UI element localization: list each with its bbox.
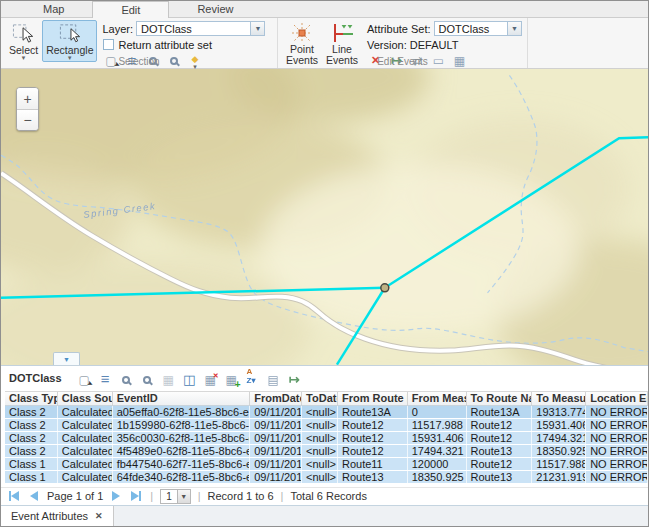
table-row[interactable]: Class 2Calculated356c0030-62f8-11e5-8bc6… <box>5 432 648 445</box>
table-cell: Route12 <box>338 445 408 457</box>
table-cell: Class 2 <box>5 432 58 444</box>
table-row[interactable]: Class 2Calculateda05effa0-62f8-11e5-8bc6… <box>5 406 648 419</box>
column-header[interactable]: Location Error <box>586 392 648 405</box>
tab-event-attributes-label: Event Attributes <box>11 510 88 522</box>
attribute-set-caret-icon[interactable]: ▼ <box>507 22 521 35</box>
table-cell: 15931.406 <box>532 419 586 431</box>
last-page-button[interactable] <box>129 491 143 501</box>
page-number-dropdown[interactable]: 1 ▼ <box>160 489 191 504</box>
zoom-to-record-icon[interactable] <box>118 372 135 388</box>
column-header[interactable]: Class Source <box>58 392 113 405</box>
table-cell: Calculated <box>58 471 113 483</box>
table-row[interactable]: Class 1Calculated64fde340-62f8-11e5-8bc6… <box>5 471 648 484</box>
layer-dropdown-caret-icon[interactable]: ▼ <box>250 22 264 35</box>
column-header[interactable]: FromDate <box>250 392 302 405</box>
table-cell: 15931.406 <box>408 432 467 444</box>
edit-events-group: Point Events Line Events Attribute Set: <box>278 18 528 68</box>
table-cell: Route12 <box>467 458 533 470</box>
panel-collapse-handle[interactable] <box>53 352 80 365</box>
table-cell: Route12 <box>467 432 533 444</box>
table-cell: Route12 <box>338 432 408 444</box>
column-header[interactable]: EventID <box>113 392 251 405</box>
separator: | <box>198 490 201 502</box>
tab-review[interactable]: Review <box>169 1 261 17</box>
table-cell: 11517.988 <box>408 419 467 431</box>
table-cell: Route13 <box>467 471 533 483</box>
column-header[interactable]: ToDate <box>302 392 338 405</box>
table-cell: Calculated <box>58 445 113 457</box>
table-cell: 18350.925 <box>408 471 467 483</box>
options-menu-icon[interactable] <box>97 371 114 387</box>
layer-dropdown[interactable]: DOTClass ▼ <box>136 21 265 36</box>
switch-selection-icon[interactable] <box>181 372 198 388</box>
tab-event-attributes[interactable]: Event Attributes ✕ <box>1 506 114 526</box>
table-cell: Class 2 <box>5 406 58 418</box>
separator: | <box>150 490 153 502</box>
table-cell: Class 2 <box>5 419 58 431</box>
table-cell: Route13 <box>338 471 408 483</box>
tab-edit[interactable]: Edit <box>92 1 169 18</box>
table-cell: 21231.919 <box>532 471 586 483</box>
application-window: Map Edit Review Select ▼ <box>0 0 649 527</box>
table-cell: 18350.925 <box>532 445 586 457</box>
panel-toolbar: DOTClass <box>1 366 648 391</box>
return-attribute-set-checkbox[interactable] <box>103 39 114 50</box>
column-header[interactable]: From Measure <box>408 392 467 405</box>
ribbon-edit: Select ▼ Rectangle ▼ Layer: DOTClass <box>1 18 648 69</box>
panel-tab-bar: Event Attributes ✕ <box>1 505 648 526</box>
select-record-icon[interactable] <box>76 372 93 388</box>
table-cell: <null> <box>302 432 338 444</box>
table-header-row: Class TypeClass SourceEventIDFromDateToD… <box>5 391 648 406</box>
table-cell: NO ERROR <box>586 458 648 470</box>
table-cell: 356c0030-62f8-11e5-8bc6-ee32641d5ec9 <box>113 432 251 444</box>
table-cell: <null> <box>302 445 338 457</box>
zoom-out-button[interactable]: − <box>17 109 38 130</box>
table-cell: 09/11/2015 <box>250 445 302 457</box>
page-indicator: Page 1 of 1 <box>47 490 103 502</box>
table-cell: 120000 <box>408 458 467 470</box>
separator: | <box>281 490 284 502</box>
add-record-icon[interactable] <box>223 372 240 388</box>
attribute-set-dropdown[interactable]: DOTClass ▼ <box>434 21 522 36</box>
show-form-icon[interactable] <box>265 372 282 388</box>
table-cell: NO ERROR <box>586 419 648 431</box>
line-events-icon <box>330 22 354 44</box>
panel-title: DOTClass <box>9 372 62 384</box>
column-header[interactable]: To Measure <box>532 392 586 405</box>
column-header[interactable]: Class Type <box>5 392 58 405</box>
table-cell: fb447540-62f7-11e5-8bc6-ee32641d5ec9 <box>113 458 251 470</box>
map-canvas[interactable]: Spring Creek + − <box>1 69 648 365</box>
table-cell: NO ERROR <box>586 406 648 418</box>
table-cell: 11517.988 <box>532 458 586 470</box>
save-edits-icon[interactable] <box>160 372 177 388</box>
page-number-caret-icon[interactable]: ▼ <box>177 490 190 503</box>
route-junction-marker[interactable] <box>381 284 389 292</box>
pagination-bar: Page 1 of 1 | 1 ▼ | Record 1 to 6 | Tota… <box>1 487 648 506</box>
table-row[interactable]: Class 1Calculatedfb447540-62f7-11e5-8bc6… <box>5 458 648 471</box>
table-cell: 09/11/2015 <box>250 458 302 470</box>
pan-to-record-icon[interactable] <box>139 372 156 388</box>
first-page-button[interactable] <box>7 491 21 501</box>
attribute-table: Class TypeClass SourceEventIDFromDateToD… <box>1 391 648 484</box>
table-cell: <null> <box>302 406 338 418</box>
table-cell: 17494.321 <box>532 432 586 444</box>
next-page-button[interactable] <box>110 491 122 501</box>
total-records-text: Total 6 Records <box>290 490 366 502</box>
layer-value: DOTClass <box>137 23 250 35</box>
column-header[interactable]: To Route Name <box>467 392 533 405</box>
tab-map[interactable]: Map <box>15 1 92 17</box>
selection-group-label: Selection <box>1 56 277 68</box>
sort-records-icon[interactable] <box>244 368 261 384</box>
previous-page-button[interactable] <box>28 491 40 501</box>
record-range-text: Record 1 to 6 <box>208 490 274 502</box>
column-header[interactable]: From Route Name <box>338 392 408 405</box>
zoom-in-button[interactable]: + <box>17 88 38 109</box>
clear-selection-icon[interactable] <box>202 372 219 388</box>
table-cell: 0 <box>408 406 467 418</box>
measures-icon[interactable] <box>286 372 303 388</box>
table-row[interactable]: Class 2Calculated4f5489e0-62f8-11e5-8bc6… <box>5 445 648 458</box>
table-row[interactable]: Class 2Calculated1b159980-62f8-11e5-8bc6… <box>5 419 648 432</box>
table-cell: <null> <box>302 458 338 470</box>
tab-close-icon[interactable]: ✕ <box>95 511 103 521</box>
point-events-icon <box>290 22 314 44</box>
